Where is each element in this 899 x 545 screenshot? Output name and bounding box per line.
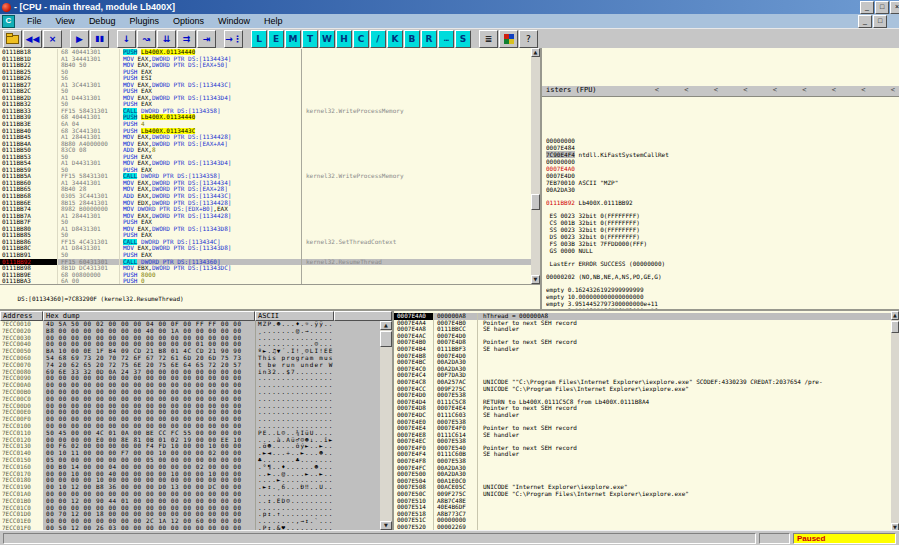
dump-row[interactable]: 7ECC01C000 00 00 00 00 00 00 00 00 00 00… xyxy=(0,505,380,512)
patches-window-button[interactable]: / xyxy=(370,30,386,48)
register-line[interactable]: 0007E4D0 xyxy=(546,172,899,179)
stack-row[interactable]: 0007E4E40007E4F0Pointer to next SEH reco… xyxy=(394,425,891,432)
stack-scrollbar[interactable]: ▲ ▼ xyxy=(891,311,899,530)
stack-row[interactable]: 0007E4F80007E538 xyxy=(394,458,891,465)
dump-row[interactable]: 7ECC008069 6E 33 32 0D 0A 24 37 00 00 00… xyxy=(0,369,380,376)
dump-row[interactable]: 7ECC014000 10 11 00 00 00 F7 00 00 10 00… xyxy=(0,450,380,457)
memory-map-button[interactable]: M xyxy=(285,30,301,48)
stack-row[interactable]: 0007E51C00000000 xyxy=(394,517,891,524)
stack-row[interactable]: 0007E518A8B773C7 xyxy=(394,511,891,518)
stack-row[interactable]: 0007E510A8B7C48E xyxy=(394,498,891,505)
executables-window-button[interactable]: E xyxy=(268,30,284,48)
animate-over-button[interactable]: ⇉ xyxy=(177,30,196,48)
menu-plugins[interactable]: Plugins xyxy=(122,14,166,28)
handles-window-button[interactable]: H xyxy=(336,30,352,48)
mdi-minimize-button[interactable]: _ xyxy=(858,15,872,28)
stack-row[interactable]: 0007E4FC00A2DA30 xyxy=(394,465,891,472)
dump-row[interactable]: 7ECC013000 F6 02 00 00 00 00 00 F4 FD 10… xyxy=(0,443,380,450)
dump-row[interactable]: 7ECC019000 10 12 00 B8 36 00 00 00 D0 13… xyxy=(0,484,380,491)
stack-row[interactable]: 0007E4EC0007E538 xyxy=(394,438,891,445)
register-line[interactable]: empty 3.9514452797300000000e+11 xyxy=(546,300,899,307)
pause-button[interactable]: ▮▮ xyxy=(90,30,109,48)
step-over-button[interactable]: ↝ xyxy=(137,30,156,48)
stack-row[interactable]: 0007E4E00007E538 xyxy=(394,419,891,426)
dump-row[interactable]: 7ECC004000 00 00 00 00 00 00 00 00 00 00… xyxy=(0,341,380,348)
execute-till-return-button[interactable]: ⇥ xyxy=(197,30,216,48)
register-line[interactable]: LastErr ERROR_SUCCESS (00000000) xyxy=(546,260,899,267)
stack-row[interactable]: 0007E50400A1E0C0 xyxy=(394,478,891,485)
dump-row[interactable]: 7ECC00C000 00 00 00 00 00 00 00 00 00 00… xyxy=(0,396,380,403)
scrollbar-thumb[interactable] xyxy=(380,331,392,347)
menu-debug[interactable]: Debug xyxy=(82,14,123,28)
dump-row[interactable]: 7ECC00B000 00 00 00 00 00 00 00 00 00 00… xyxy=(0,389,380,396)
stack-row[interactable]: 0007E4A40007E4B0Pointer to next SEH reco… xyxy=(394,320,891,327)
register-line[interactable]: 00000000 xyxy=(546,158,899,165)
scrollbar-thumb[interactable] xyxy=(891,321,899,333)
register-line[interactable]: 0007E484 xyxy=(546,144,899,151)
threads-window-button[interactable]: T xyxy=(302,30,318,48)
dump-row[interactable]: 7ECC011050 45 00 00 4C 01 0A 00 BE CC FC… xyxy=(0,430,380,437)
cpu-window-button[interactable]: C xyxy=(353,30,369,48)
call-stack-window-button[interactable]: K xyxy=(387,30,403,48)
dump-row[interactable]: 7ECC016000 B0 14 00 00 04 00 00 00 00 00… xyxy=(0,464,380,471)
windows-list-button[interactable]: ≣ xyxy=(479,30,498,48)
stack-row[interactable]: 0007E4CC009F275CUNICODE "C:\Program File… xyxy=(394,386,891,393)
stack-row[interactable]: 0007E4F40111C60BSE handler xyxy=(394,451,891,458)
stack-row[interactable]: 0007E4A80111BBCCSE handler xyxy=(394,326,891,333)
register-line[interactable]: CS 001B 32bit 0(FFFFFFFF) xyxy=(546,219,899,226)
menu-window[interactable]: Window xyxy=(211,14,257,28)
register-line[interactable]: SS 0023 32bit 0(FFFFFFFF) xyxy=(546,226,899,233)
register-line[interactable]: ES 0023 32bit 0(FFFFFFFF) xyxy=(546,212,899,219)
dump-row[interactable]: 7ECC01D000 70 12 00 18 00 00 00 00 00 00… xyxy=(0,511,380,518)
minimize-button[interactable]: _ xyxy=(860,1,874,14)
log-window-button[interactable]: L xyxy=(251,30,267,48)
menu-help[interactable]: Help xyxy=(257,14,290,28)
dump-row[interactable]: 7ECC018000 00 00 00 10 00 00 00 00 00 00… xyxy=(0,477,380,484)
dump-row[interactable]: 7ECC01A000 00 00 00 00 00 00 00 00 00 00… xyxy=(0,491,380,498)
stack-row[interactable]: 0007E4D80007E4E4Pointer to next SEH reco… xyxy=(394,405,891,412)
scrollbar-thumb[interactable] xyxy=(531,194,540,210)
stack-row[interactable]: 0007E4BC00A2DA30 xyxy=(394,359,891,366)
stack-row[interactable]: 0007E4C800A257ACUNICODE ""C:\Program Fil… xyxy=(394,379,891,386)
dump-row[interactable]: 7ECC015005 00 00 00 00 00 00 00 05 00 00… xyxy=(0,457,380,464)
dump-row[interactable]: 7ECC012000 00 00 00 E0 00 8E 81 0B 01 02… xyxy=(0,437,380,444)
dump-row[interactable]: 7ECC0050BA 10 00 0E 1F B4 09 CD 21 B8 01… xyxy=(0,348,380,355)
dump-row[interactable]: 7ECC010000 00 00 00 00 00 00 00 00 00 00… xyxy=(0,423,380,430)
stack-row[interactable]: 0007E4D40111C5C8RETURN to Lb400X.0111C5C… xyxy=(394,399,891,406)
dump-row[interactable]: 7ECC01B000 00 12 00 90 44 01 00 00 00 00… xyxy=(0,498,380,505)
stack-row[interactable]: 0007E4A0000000A8hThread = 000000A8 xyxy=(394,313,891,320)
stack-row[interactable]: 0007E4F00007E540Pointer to next SEH reco… xyxy=(394,445,891,452)
restart-button[interactable]: ◀◀ xyxy=(23,30,42,48)
stack-row[interactable]: 0007E4B40111BBF3SE handler xyxy=(394,346,891,353)
scroll-up-icon[interactable]: ▲ xyxy=(380,321,392,330)
help-button[interactable]: ? xyxy=(519,30,538,48)
appearance-button[interactable] xyxy=(499,30,518,48)
register-line[interactable]: GS 0000 NULL xyxy=(546,247,899,254)
register-line[interactable]: 00A2DA30 xyxy=(546,186,899,193)
close-window-button[interactable]: × xyxy=(890,1,899,14)
menu-file[interactable]: File xyxy=(20,14,49,28)
register-line[interactable]: 00000000 xyxy=(546,137,899,144)
title-bar[interactable]: - [CPU - main thread, module Lb400X] _□× xyxy=(0,0,899,14)
stack-row[interactable]: 0007E4B00007E4D8Pointer to next SEH reco… xyxy=(394,339,891,346)
references-window-button[interactable]: R xyxy=(421,30,437,48)
stack-row[interactable]: 0007E4C000A2DA30 xyxy=(394,366,891,373)
register-line[interactable]: DS 0023 32bit 0(FFFFFFFF) xyxy=(546,233,899,240)
dump-row[interactable]: 7ECC00F000 00 00 00 00 00 00 00 00 00 00… xyxy=(0,416,380,423)
dump-row[interactable]: 7ECC017000 00 10 00 00 40 00 00 00 00 10… xyxy=(0,471,380,478)
stack-row[interactable]: 0007E4C400F7DA3D xyxy=(394,372,891,379)
dump-row[interactable]: 7ECC00E000 00 00 00 00 00 00 00 00 00 00… xyxy=(0,409,380,416)
source-window-button[interactable]: S xyxy=(455,30,471,48)
step-into-button[interactable]: ↓ xyxy=(117,30,136,48)
windows-window-button[interactable]: W xyxy=(319,30,335,48)
stack-row[interactable]: 0007E4DC0111C603SE handler xyxy=(394,412,891,419)
stack-row[interactable]: 0007E4B80007E4D0 xyxy=(394,353,891,360)
breakpoints-window-button[interactable]: B xyxy=(404,30,420,48)
scroll-down-icon[interactable]: ▼ xyxy=(380,521,392,530)
dump-row[interactable]: 7ECC006054 68 69 73 20 70 72 6F 67 72 61… xyxy=(0,355,380,362)
animate-into-button[interactable]: ⇊ xyxy=(157,30,176,48)
register-line[interactable]: 7C90E4F4 ntdll.KiFastSystemCallRet xyxy=(546,151,899,158)
dump-row[interactable]: 7ECC0020B8 00 00 00 00 00 00 00 40 00 1A… xyxy=(0,328,380,335)
register-line[interactable]: 7EB70010 ASCII "MZP" xyxy=(546,179,899,186)
menu-options[interactable]: Options xyxy=(166,14,211,28)
